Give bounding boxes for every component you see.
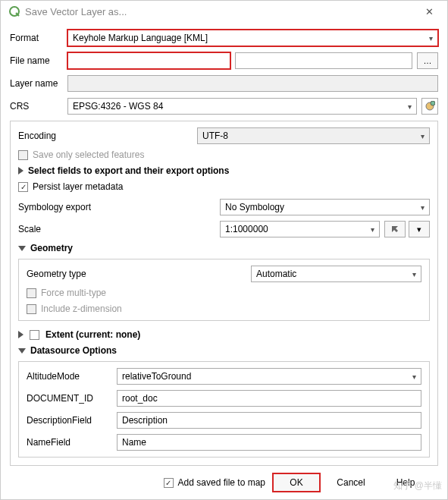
symexport-label: Symbology export bbox=[18, 202, 215, 212]
browse-button[interactable]: … bbox=[417, 52, 438, 69]
ok-button[interactable]: OK bbox=[273, 473, 320, 492]
addsaved-checkbox[interactable]: Add saved file to map bbox=[164, 477, 265, 488]
window-title: Save Vector Layer as... bbox=[25, 6, 127, 17]
select-fields-section[interactable]: Select fields to export and their export… bbox=[18, 165, 430, 176]
crs-select[interactable]: EPSG:4326 - WGS 84 bbox=[67, 98, 417, 115]
chevron-right-icon bbox=[18, 331, 23, 338]
checkbox-icon bbox=[27, 304, 36, 314]
checkbox-icon bbox=[18, 182, 28, 192]
svg-point-2 bbox=[431, 101, 435, 105]
format-select[interactable]: Keyhole Markup Language [KML] bbox=[67, 30, 438, 46]
checkbox-icon bbox=[164, 478, 174, 488]
scale-menu-button[interactable]: ▾ bbox=[409, 221, 430, 237]
encoding-label: Encoding bbox=[18, 131, 193, 141]
descfield-label: DescriptionField bbox=[27, 415, 114, 426]
cancel-button[interactable]: Cancel bbox=[327, 473, 374, 492]
cursor-icon bbox=[390, 225, 399, 234]
scale-picker-button[interactable] bbox=[384, 221, 406, 237]
checkbox-icon bbox=[27, 288, 36, 298]
geomtype-select[interactable]: Automatic bbox=[251, 266, 421, 282]
saveonly-checkbox: Save only selected features bbox=[18, 149, 430, 160]
extent-checkbox[interactable] bbox=[30, 330, 39, 340]
globe-icon bbox=[425, 101, 435, 112]
altmode-select[interactable]: relativeToGround bbox=[117, 368, 421, 385]
crs-picker-button[interactable] bbox=[421, 98, 438, 115]
titlebar: Save Vector Layer as... ✕ bbox=[1, 1, 447, 22]
docid-input[interactable] bbox=[117, 390, 421, 407]
symexport-select[interactable]: No Symbology bbox=[220, 199, 430, 215]
dsoptions-section[interactable]: Datasource Options bbox=[18, 345, 430, 356]
filename-input-ext[interactable] bbox=[235, 52, 412, 69]
crs-label: CRS bbox=[10, 101, 63, 112]
layername-input[interactable] bbox=[67, 75, 438, 92]
format-label: Format bbox=[10, 33, 63, 43]
geomtype-label: Geometry type bbox=[27, 269, 246, 279]
namefield-label: NameField bbox=[27, 437, 114, 448]
encoding-select[interactable]: UTF-8 bbox=[197, 127, 430, 144]
extent-section[interactable]: Extent (current: none) bbox=[18, 329, 430, 340]
checkbox-icon bbox=[18, 150, 28, 160]
chevron-down-icon bbox=[18, 246, 26, 251]
scale-label: Scale bbox=[18, 224, 215, 234]
forcemulti-checkbox: Force multi-type bbox=[27, 288, 421, 298]
filename-label: File name bbox=[10, 55, 63, 66]
filename-input[interactable] bbox=[67, 52, 230, 69]
scale-select[interactable]: 1:1000000 bbox=[220, 221, 380, 237]
namefield-input[interactable] bbox=[117, 434, 421, 451]
persist-checkbox[interactable]: Persist layer metadata bbox=[18, 181, 430, 192]
help-button[interactable]: Help bbox=[382, 473, 429, 492]
geometry-section[interactable]: Geometry bbox=[18, 243, 430, 253]
includez-checkbox: Include z-dimension bbox=[27, 303, 421, 314]
app-q-icon bbox=[8, 5, 20, 17]
chevron-down-icon bbox=[18, 348, 26, 354]
descfield-input[interactable] bbox=[117, 412, 421, 429]
docid-label: DOCUMENT_ID bbox=[27, 393, 114, 404]
altmode-label: AltitudeMode bbox=[27, 371, 114, 382]
layername-label: Layer name bbox=[10, 78, 63, 89]
chevron-right-icon bbox=[18, 167, 23, 175]
close-button[interactable]: ✕ bbox=[418, 6, 440, 17]
